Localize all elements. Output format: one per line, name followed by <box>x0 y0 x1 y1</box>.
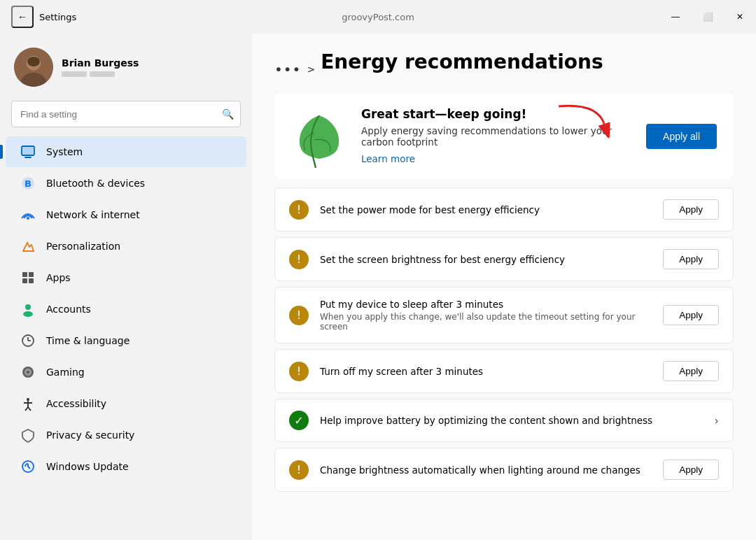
apply-all-button[interactable]: Apply all <box>646 124 717 149</box>
rec-text-screen-brightness: Set the screen brightness for best energ… <box>320 254 652 265</box>
main-layout: Brian Burgess 🔍 System B Bluetooth & dev… <box>0 34 756 540</box>
close-button[interactable]: ✕ <box>724 0 756 34</box>
content-area: ••• > Energy recommendations <box>252 34 756 540</box>
svg-point-10 <box>27 217 29 220</box>
sidebar-item-bluetooth[interactable]: B Bluetooth & devices <box>6 168 246 199</box>
breadcrumb-dots: ••• <box>274 61 301 78</box>
sidebar-item-accounts[interactable]: Accounts <box>6 294 246 325</box>
sidebar-item-system[interactable]: System <box>6 136 246 167</box>
rec-item-screen-brightness: ! Set the screen brightness for best ene… <box>274 237 734 281</box>
rec-status-icon-power-mode: ! <box>289 200 309 220</box>
chevron-icon-battery-optimize: › <box>715 414 719 427</box>
nav-icon-bluetooth: B <box>20 175 36 192</box>
title-url: groovyPost.com <box>342 12 414 22</box>
user-bar-1 <box>62 71 87 77</box>
sidebar-item-windows-update[interactable]: Windows Update <box>6 451 246 482</box>
svg-rect-6 <box>24 157 31 158</box>
nav-label-time: Time & language <box>46 335 130 346</box>
rec-subtitle-sleep-3min: When you apply this change, we'll also u… <box>320 312 652 332</box>
user-bars <box>62 71 139 77</box>
svg-line-27 <box>28 407 31 411</box>
nav-label-network: Network & internet <box>46 209 140 220</box>
rec-item-power-mode: ! Set the power mode for best energy eff… <box>274 187 734 232</box>
avatar <box>14 48 53 87</box>
leaf-icon <box>291 108 347 164</box>
nav-label-accounts: Accounts <box>46 304 91 315</box>
breadcrumb: ••• > Energy recommendations <box>274 50 734 87</box>
sidebar-item-privacy[interactable]: Privacy & security <box>6 420 246 450</box>
svg-rect-11 <box>22 272 27 277</box>
back-button[interactable]: ← <box>11 6 34 28</box>
apply-button-screen-brightness[interactable]: Apply <box>663 249 719 269</box>
rec-status-icon-screen-brightness: ! <box>289 250 309 269</box>
svg-rect-14 <box>29 278 34 283</box>
nav-icon-privacy <box>20 427 36 443</box>
nav-label-windows-update: Windows Update <box>46 461 129 472</box>
sidebar-item-gaming[interactable]: Gaming <box>6 357 246 388</box>
svg-rect-7 <box>22 147 34 155</box>
svg-rect-13 <box>22 278 27 283</box>
rec-title-sleep-3min: Put my device to sleep after 3 minutes <box>320 299 652 310</box>
rec-text-battery-optimize: Help improve battery by optimizing the c… <box>320 415 704 426</box>
nav-label-system: System <box>46 146 83 157</box>
user-name: Brian Burgess <box>62 57 139 69</box>
nav-label-privacy: Privacy & security <box>46 429 134 441</box>
rec-status-icon-battery-optimize: ✓ <box>289 411 309 430</box>
window-controls: — ⬜ ✕ <box>659 0 756 34</box>
red-arrow-annotation <box>555 103 611 141</box>
nav-icon-personalization <box>20 238 36 255</box>
svg-rect-12 <box>29 272 34 277</box>
svg-point-4 <box>27 57 40 66</box>
hero-section: Great start—keep going! Apply energy sav… <box>274 93 734 179</box>
rec-text-sleep-3min: Put my device to sleep after 3 minutes W… <box>320 299 652 332</box>
nav-icon-accounts <box>20 301 36 318</box>
nav-icon-windows-update <box>20 458 36 475</box>
rec-status-icon-auto-brightness: ! <box>289 460 309 480</box>
nav-icon-accessibility <box>20 395 36 412</box>
nav-icon-gaming <box>20 364 36 381</box>
content-inner: ••• > Energy recommendations <box>252 34 756 514</box>
rec-title-screen-off-3min: Turn off my screen after 3 minutes <box>320 366 652 377</box>
sidebar-item-personalization[interactable]: Personalization <box>6 231 246 262</box>
rec-title-screen-brightness: Set the screen brightness for best energ… <box>320 254 652 265</box>
nav-icon-time <box>20 332 36 349</box>
maximize-button[interactable]: ⬜ <box>692 0 724 34</box>
sidebar-item-time[interactable]: Time & language <box>6 325 246 356</box>
sidebar-item-network[interactable]: Network & internet <box>6 199 246 230</box>
svg-text:B: B <box>24 178 31 189</box>
page-title: Energy recommendations <box>321 50 603 73</box>
svg-point-15 <box>25 304 31 310</box>
recommendations-list: ! Set the power mode for best energy eff… <box>274 187 734 492</box>
nav-icon-network <box>20 206 36 223</box>
search-icon: 🔍 <box>222 108 234 120</box>
sidebar-item-accessibility[interactable]: Accessibility <box>6 388 246 419</box>
user-section: Brian Burgess <box>0 39 252 98</box>
svg-point-22 <box>27 371 29 374</box>
svg-point-16 <box>23 311 33 317</box>
apply-button-screen-off-3min[interactable]: Apply <box>663 361 719 381</box>
rec-item-sleep-3min: ! Put my device to sleep after 3 minutes… <box>274 287 734 343</box>
nav-icon-system <box>20 143 36 160</box>
apply-button-auto-brightness[interactable]: Apply <box>663 460 719 480</box>
rec-title-battery-optimize: Help improve battery by optimizing the c… <box>320 415 704 426</box>
nav-label-accessibility: Accessibility <box>46 398 106 409</box>
rec-item-screen-off-3min: ! Turn off my screen after 3 minutes App… <box>274 349 734 393</box>
nav-label-personalization: Personalization <box>46 241 120 252</box>
rec-title-power-mode: Set the power mode for best energy effic… <box>320 204 652 215</box>
sidebar-item-apps[interactable]: Apps <box>6 262 246 293</box>
apply-button-power-mode[interactable]: Apply <box>663 199 719 220</box>
search-input[interactable] <box>11 101 241 127</box>
rec-title-auto-brightness: Change brightness automatically when lig… <box>320 464 652 476</box>
nav-label-apps: Apps <box>46 272 71 283</box>
nav-label-bluetooth: Bluetooth & devices <box>46 178 145 189</box>
apply-button-sleep-3min[interactable]: Apply <box>663 305 719 325</box>
rec-item-battery-optimize: ✓ Help improve battery by optimizing the… <box>274 399 734 442</box>
nav-label-gaming: Gaming <box>46 367 85 378</box>
learn-more-link[interactable]: Learn more <box>361 153 415 164</box>
user-info: Brian Burgess <box>62 57 139 77</box>
rec-text-auto-brightness: Change brightness automatically when lig… <box>320 464 652 476</box>
rec-item-auto-brightness: ! Change brightness automatically when l… <box>274 448 734 492</box>
minimize-button[interactable]: — <box>659 0 692 34</box>
rec-text-screen-off-3min: Turn off my screen after 3 minutes <box>320 366 652 377</box>
search-box: 🔍 <box>11 101 241 127</box>
